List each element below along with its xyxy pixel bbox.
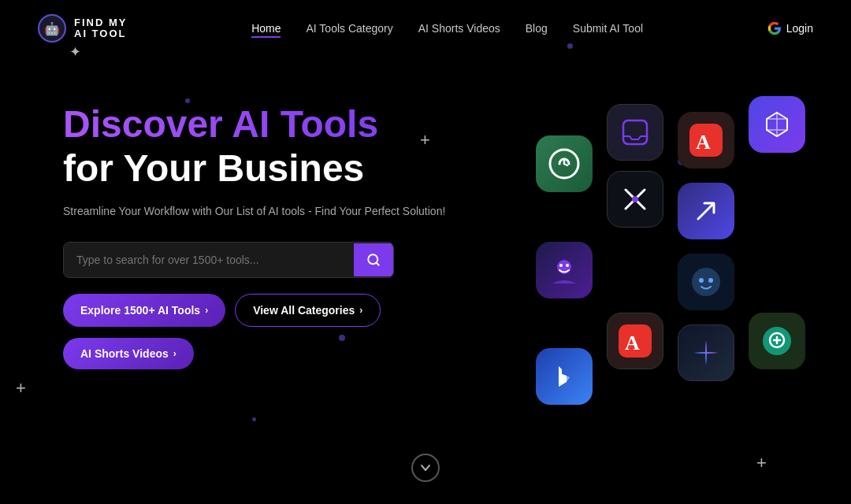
logo-line2: AI TOOL [74,28,127,39]
app-icon-adobe: A [678,112,734,169]
explore-label: Explore 1500+ AI Tools [80,304,200,317]
svg-text:A: A [625,332,640,354]
app-icon-adobe2: A [607,313,663,369]
nav-link-blog[interactable]: Blog [526,22,548,35]
svg-point-12 [699,278,704,283]
svg-point-8 [559,264,563,267]
nav-item-home[interactable]: Home [251,21,281,35]
svg-point-11 [692,268,720,296]
svg-point-9 [566,264,569,267]
nav-link-home[interactable]: Home [251,22,281,38]
app-icons-grid: A [536,88,788,419]
logo[interactable]: 🤖 FIND MY AI TOOL [38,14,127,43]
nav-item-shorts[interactable]: AI Shorts Videos [418,21,500,35]
app-icon-bing [536,348,593,405]
login-button[interactable]: Login [767,21,813,35]
search-button[interactable] [354,243,393,276]
app-icon-avatar [536,242,593,298]
app-icon-arrow [678,183,734,239]
app-icon-chatgpt [749,313,805,369]
categories-button[interactable]: View All Categories › [235,294,381,327]
hero-title-gradient: Discover AI Tools [63,104,445,146]
svg-rect-1 [623,120,647,144]
nav-link-shorts[interactable]: AI Shorts Videos [418,22,500,35]
nav-item-category[interactable]: AI Tools Category [306,21,392,35]
shorts-chevron: › [173,348,177,359]
search-icon [366,253,381,267]
logo-icon: 🤖 [38,14,66,43]
app-icon-grammarly [536,135,593,192]
svg-point-6 [632,196,638,202]
svg-point-13 [708,278,713,283]
cta-row: Explore 1500+ AI Tools › View All Catego… [63,294,445,327]
shorts-button[interactable]: AI Shorts Videos › [63,338,194,369]
sparkle-4: + [756,453,767,473]
hero-subtitle: Streamline Your Workflow with Our List o… [63,203,445,220]
nav-link-submit[interactable]: Submit AI Tool [573,22,643,35]
scroll-indicator[interactable] [411,454,440,482]
app-icon-perplexity [749,96,805,153]
explore-button[interactable]: Explore 1500+ AI Tools › [63,294,225,327]
hero-title-white: for Your Busines [63,146,445,191]
logo-text: FIND MY AI TOOL [74,17,127,40]
nav-item-blog[interactable]: Blog [526,21,548,35]
categories-chevron: › [359,305,362,316]
app-icon-tray [607,104,663,161]
app-icon-perplexity2 [678,254,734,310]
google-icon [767,21,782,35]
chevron-down-icon [419,461,432,474]
nav-link-category[interactable]: AI Tools Category [306,22,392,35]
search-input[interactable] [64,243,354,277]
hero-left: Discover AI Tools for Your Busines Strea… [63,104,445,369]
login-label: Login [786,22,813,35]
explore-chevron: › [205,305,208,316]
categories-label: View All Categories [253,304,355,317]
hero-section: Discover AI Tools for Your Busines Strea… [0,57,851,419]
nav-item-submit[interactable]: Submit AI Tool [573,21,643,35]
shorts-label: AI Shorts Videos [80,347,169,360]
app-icon-matrix [607,171,663,228]
nav-links: Home AI Tools Category AI Shorts Videos … [251,21,643,35]
app-icon-gemini [678,324,734,381]
navbar: 🤖 FIND MY AI TOOL Home AI Tools Category… [0,0,851,57]
logo-line1: FIND MY [74,17,127,28]
search-bar[interactable] [63,242,394,278]
svg-text:A: A [696,131,711,154]
